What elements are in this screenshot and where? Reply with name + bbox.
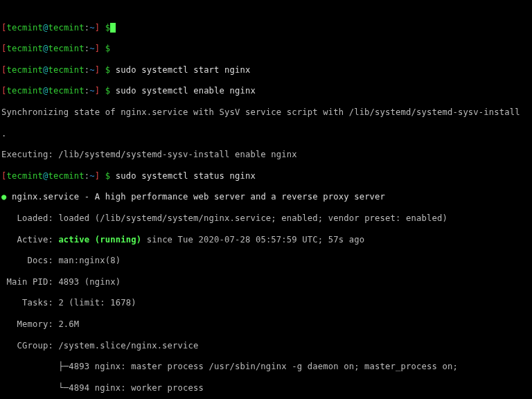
output-dot: . <box>1 129 532 139</box>
prompt-line-empty-2: [tecmint@tecmint:~] $ <box>1 44 532 54</box>
command-text: sudo systemctl status nginx <box>116 171 256 181</box>
terminal[interactable]: [tecmint@tecmint:~] $ [tecmint@tecmint:~… <box>0 0 532 399</box>
cmd-line-status: [tecmint@tecmint:~] $ sudo systemctl sta… <box>1 171 532 181</box>
status-cgroup: CGroup: /system.slice/nginx.service <box>1 341 532 351</box>
status-loaded: Loaded: loaded (/lib/systemd/system/ngin… <box>1 213 532 224</box>
cursor-icon <box>110 23 116 33</box>
status-docs: Docs: man:nginx(8) <box>1 256 532 266</box>
status-header: ● nginx.service - A high performance web… <box>1 192 532 202</box>
cmd-line-enable: [tecmint@tecmint:~] $ sudo systemctl ena… <box>1 86 532 96</box>
output-sync: Synchronizing state of nginx.service wit… <box>1 107 532 118</box>
status-active-value: active (running) <box>58 235 141 245</box>
command-text: sudo systemctl start nginx <box>116 65 251 75</box>
output-exec: Executing: /lib/systemd/systemd-sysv-ins… <box>1 150 532 160</box>
command-text: sudo systemctl enable nginx <box>116 86 256 96</box>
cmd-line-start: [tecmint@tecmint:~] $ sudo systemctl sta… <box>1 65 532 76</box>
bullet-icon: ● <box>1 192 7 202</box>
status-cgroup-proc-2: └─4894 nginx: worker process <box>1 383 532 393</box>
status-cgroup-proc-1: ├─4893 nginx: master process /usr/sbin/n… <box>1 362 532 372</box>
status-pid: Main PID: 4893 (nginx) <box>1 277 532 287</box>
status-active: Active: active (running) since Tue 2020-… <box>1 235 532 245</box>
status-memory: Memory: 2.6M <box>1 319 532 330</box>
status-tasks: Tasks: 2 (limit: 1678) <box>1 298 532 308</box>
prompt-line-empty-1: [tecmint@tecmint:~] $ <box>1 23 532 33</box>
